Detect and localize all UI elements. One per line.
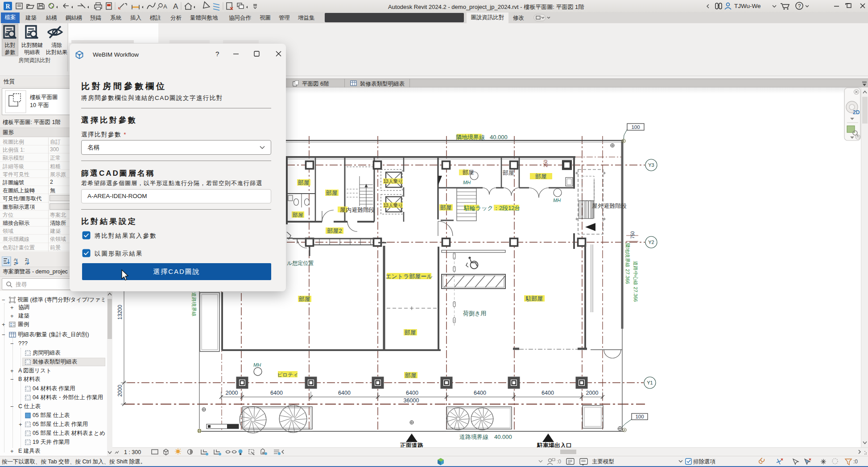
svg-text:A: A	[25, 261, 28, 266]
svg-text:6400: 6400	[474, 390, 486, 396]
svg-text:2D: 2D	[853, 109, 860, 116]
svg-text:6400: 6400	[541, 390, 554, 396]
svg-text:100: 100	[635, 414, 644, 419]
svg-text:隣地境界線 27.366: 隣地境界線 27.366	[625, 243, 630, 284]
svg-text:部屋: 部屋	[535, 173, 547, 180]
svg-text:部屋: 部屋	[405, 372, 417, 379]
svg-text:?: ?	[798, 3, 801, 9]
svg-text:1 : 300: 1 : 300	[124, 449, 141, 455]
svg-text:Y1: Y1	[647, 380, 653, 385]
svg-text:部屋: 部屋	[440, 204, 452, 211]
svg-text:13200: 13200	[117, 305, 123, 320]
svg-text:6400: 6400	[270, 390, 283, 396]
svg-text:屋外避難階段: 屋外避難階段	[592, 203, 627, 209]
svg-text:正面道路: 正面道路	[400, 442, 424, 447]
svg-text:部屋: 部屋	[292, 212, 303, 218]
svg-text:?: ?	[215, 50, 219, 58]
svg-text:部屋: 部屋	[502, 169, 514, 176]
svg-text:6400: 6400	[338, 390, 351, 396]
svg-text:部屋: 部屋	[298, 179, 310, 186]
svg-text:13人乗り: 13人乗り	[383, 203, 402, 208]
svg-text:屋内避難階段: 屋内避難階段	[340, 207, 375, 213]
svg-text:TJWu-We: TJWu-We	[734, 3, 761, 9]
svg-text:2000: 2000	[117, 384, 123, 397]
svg-text:250: 250	[543, 160, 548, 167]
svg-text:Z: Z	[14, 261, 17, 266]
svg-text:A: A	[173, 2, 178, 11]
svg-text:部屋2: 部屋2	[327, 227, 342, 234]
svg-text:Y2: Y2	[648, 240, 654, 245]
svg-text:主要模型: 主要模型	[592, 459, 614, 465]
svg-text:駐車場出入口: 駐車場出入口	[537, 442, 572, 447]
svg-text:MH: MH	[253, 362, 261, 368]
svg-text:13人乗り: 13人乗り	[383, 178, 402, 184]
svg-text:750: 750	[630, 231, 635, 239]
svg-text::0: :0	[557, 459, 561, 465]
svg-text:荷捌き用: 荷捌き用	[463, 310, 486, 317]
svg-text:駐輪ラック：2段12台: 駐輪ラック：2段12台	[464, 205, 521, 211]
svg-text:部屋: 部屋	[404, 329, 416, 336]
svg-text:隣地境界線: 隣地境界線	[456, 134, 485, 141]
svg-text:Y3: Y3	[648, 162, 654, 168]
svg-text:2000: 2000	[586, 390, 599, 396]
svg-text:40.000: 40.000	[494, 434, 512, 440]
svg-text:道路境界線: 道路境界線	[191, 292, 197, 317]
svg-text:MH: MH	[463, 180, 471, 185]
svg-text:エントラ部屋ール: エントラ部屋ール	[385, 273, 433, 280]
svg-text:MH: MH	[553, 198, 561, 203]
svg-text:100: 100	[631, 124, 640, 130]
svg-text:R: R	[5, 3, 10, 10]
svg-text::0: :0	[853, 459, 858, 465]
svg-text:ピロティ: ピロティ	[277, 372, 298, 377]
svg-text:部屋: 部屋	[298, 296, 310, 302]
svg-text:A: A	[163, 3, 167, 10]
svg-text:部屋: 部屋	[326, 190, 338, 196]
svg-text:道路中心線 27.366: 道路中心線 27.366	[633, 261, 638, 302]
svg-text:40.000: 40.000	[490, 134, 508, 141]
svg-text:排除選項: 排除選項	[693, 459, 716, 465]
svg-text:ル想定位置: ル想定位置	[287, 260, 314, 266]
svg-text:部屋: 部屋	[462, 169, 474, 176]
svg-text:36000: 36000	[404, 397, 419, 404]
svg-text:6400: 6400	[406, 390, 418, 396]
svg-text:道路境界線: 道路境界線	[459, 434, 488, 440]
svg-text:2000: 2000	[226, 390, 238, 396]
svg-text:駐部屋: 駐部屋	[526, 295, 543, 302]
